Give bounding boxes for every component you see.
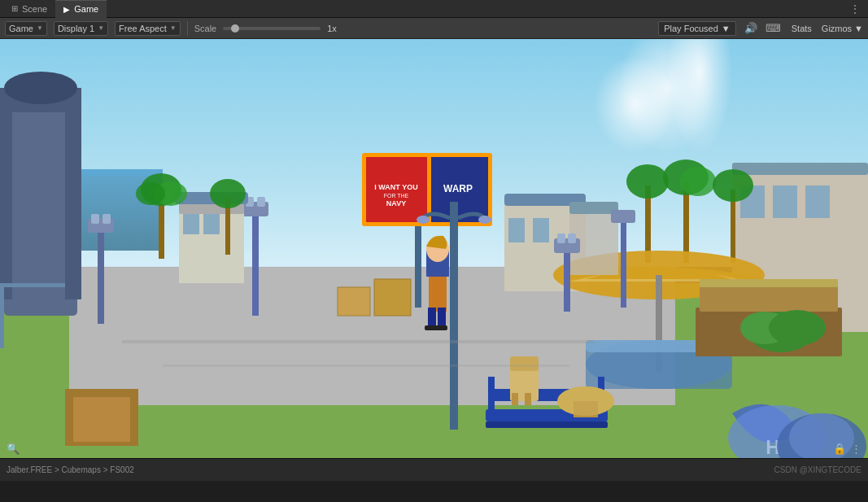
toolbar: Game ▼ Display 1 ▼ Free Aspect ▼ Scale 1…: [0, 18, 868, 39]
svg-point-109: [769, 310, 826, 346]
svg-rect-49: [732, 163, 868, 175]
display-dropdown[interactable]: Display 1 ▼: [54, 21, 108, 36]
svg-rect-84: [434, 325, 447, 330]
svg-point-96: [557, 386, 614, 416]
game-viewport: I WANT YOU FOR THE NAVY WARP: [0, 39, 868, 458]
svg-point-55: [210, 179, 246, 208]
keyboard-button[interactable]: ⌨: [765, 21, 782, 36]
svg-rect-86: [486, 421, 608, 428]
svg-rect-43: [533, 218, 549, 242]
play-focused-label: Play Focused: [664, 24, 718, 33]
svg-rect-76: [700, 283, 838, 312]
svg-point-62: [626, 164, 669, 199]
tab-scene-label: Scene: [22, 4, 47, 14]
svg-rect-114: [0, 283, 4, 348]
svg-point-34: [417, 216, 430, 224]
game-tab-icon: ▶: [63, 5, 70, 14]
svg-rect-37: [183, 214, 199, 234]
game-dropdown[interactable]: Game ▼: [5, 21, 47, 36]
watermark-text: CSDN @XINGTECODE: [774, 465, 861, 474]
tab-scene[interactable]: ⊞ Scene: [3, 0, 55, 18]
svg-rect-98: [569, 202, 618, 214]
svg-rect-20: [103, 214, 111, 224]
gizmos-label: Gizmos: [822, 24, 852, 33]
aspect-dropdown-arrow: ▼: [170, 24, 177, 32]
scale-slider[interactable]: [223, 27, 321, 30]
mute-button[interactable]: 🔊: [743, 21, 759, 36]
svg-text:I WANT YOU: I WANT YOU: [374, 183, 417, 191]
stats-button[interactable]: Stats: [788, 23, 815, 34]
mute-icon: 🔊: [744, 22, 757, 34]
svg-rect-15: [65, 88, 81, 299]
svg-text:FOR THE: FOR THE: [384, 193, 409, 199]
svg-rect-77: [700, 279, 838, 287]
tab-more-button[interactable]: ⋮: [845, 3, 865, 15]
keyboard-icon: ⌨: [765, 22, 781, 34]
svg-rect-9: [0, 308, 69, 458]
tab-game[interactable]: ▶ Game: [55, 0, 107, 18]
svg-rect-78: [429, 271, 447, 312]
svg-rect-24: [257, 197, 265, 207]
svg-rect-103: [564, 247, 570, 312]
separator-1: [187, 21, 188, 36]
game-dropdown-label: Game: [9, 24, 33, 33]
svg-rect-110: [621, 218, 626, 308]
svg-rect-91: [510, 356, 539, 371]
svg-rect-32: [415, 226, 421, 308]
svg-point-35: [478, 216, 491, 224]
viewport-bottom-icons: 🔒 ⋮: [833, 443, 861, 455]
svg-point-53: [136, 182, 165, 205]
scene-tab-icon: ⊞: [11, 4, 18, 13]
scale-value: 1x: [327, 24, 337, 33]
svg-rect-81: [428, 308, 436, 328]
svg-rect-93: [525, 393, 531, 405]
svg-rect-33: [450, 202, 458, 430]
gizmos-arrow: ▼: [854, 24, 863, 33]
svg-point-58: [680, 167, 716, 196]
gizmos-button[interactable]: Gizmos ▼: [822, 24, 863, 33]
svg-rect-63: [338, 287, 370, 316]
scale-slider-thumb: [231, 24, 239, 33]
tab-bar: ⊞ Scene ▶ Game ⋮: [0, 0, 868, 18]
aspect-dropdown[interactable]: Free Aspect ▼: [115, 21, 181, 36]
svg-rect-68: [73, 397, 130, 442]
breadcrumb-path: Jalber.FREE > Cubemaps > FS002: [7, 465, 134, 474]
svg-rect-38: [203, 214, 220, 234]
bottom-right: CSDN @XINGTECODE: [774, 465, 861, 474]
svg-rect-105: [557, 234, 565, 243]
search-icon[interactable]: 🔍: [7, 443, 20, 455]
svg-rect-42: [508, 218, 525, 242]
svg-point-16: [4, 72, 77, 104]
svg-rect-111: [611, 210, 635, 223]
svg-point-5: [594, 55, 675, 153]
lock-icon[interactable]: 🔒: [833, 443, 846, 455]
aspect-dropdown-label: Free Aspect: [119, 24, 167, 33]
tab-game-label: Game: [74, 4, 98, 14]
more-icon[interactable]: ⋮: [851, 443, 861, 455]
svg-text:NAVY: NAVY: [386, 199, 406, 207]
svg-rect-113: [163, 364, 569, 367]
svg-rect-65: [374, 279, 411, 316]
svg-rect-14: [0, 88, 12, 299]
display-dropdown-arrow: ▼: [98, 24, 104, 32]
svg-rect-19: [91, 214, 99, 224]
svg-text:WARP: WARP: [443, 183, 473, 194]
game-dropdown-arrow: ▼: [37, 24, 43, 32]
svg-rect-82: [438, 308, 446, 328]
svg-rect-92: [512, 393, 518, 405]
svg-rect-112: [122, 340, 594, 343]
scene-canvas: I WANT YOU FOR THE NAVY WARP: [0, 39, 868, 458]
svg-rect-21: [252, 210, 259, 316]
svg-rect-48: [805, 186, 830, 218]
svg-point-60: [713, 169, 753, 202]
play-focused-button[interactable]: Play Focused ▼: [658, 21, 736, 36]
scale-label: Scale: [194, 24, 217, 33]
toolbar-right: Play Focused ▼ 🔊 ⌨ Stats Gizmos ▼: [658, 21, 863, 36]
scale-slider-container: [223, 27, 321, 30]
svg-rect-47: [773, 186, 797, 218]
play-focused-arrow: ▼: [722, 24, 731, 33]
svg-rect-17: [98, 226, 104, 324]
display-dropdown-label: Display 1: [58, 24, 94, 33]
svg-rect-115: [0, 283, 65, 287]
svg-rect-106: [568, 234, 576, 243]
